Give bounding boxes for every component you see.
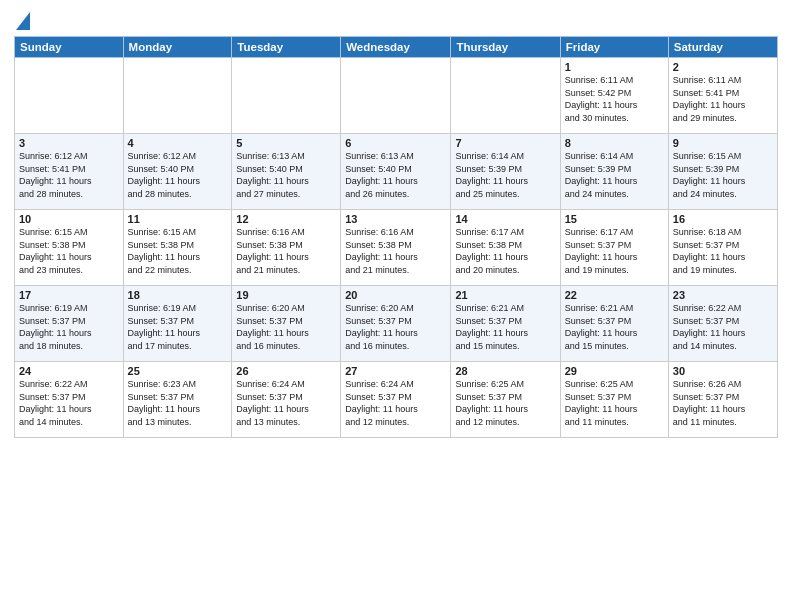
day-info: Sunrise: 6:13 AM Sunset: 5:40 PM Dayligh… [236,150,336,200]
day-number: 15 [565,213,664,225]
calendar-day-header: Tuesday [232,37,341,58]
calendar-week-row: 1Sunrise: 6:11 AM Sunset: 5:42 PM Daylig… [15,58,778,134]
day-number: 21 [455,289,555,301]
day-info: Sunrise: 6:16 AM Sunset: 5:38 PM Dayligh… [236,226,336,276]
day-number: 10 [19,213,119,225]
calendar-day-header: Monday [123,37,232,58]
calendar-table: SundayMondayTuesdayWednesdayThursdayFrid… [14,36,778,438]
calendar-day-cell: 3Sunrise: 6:12 AM Sunset: 5:41 PM Daylig… [15,134,124,210]
calendar-day-cell: 29Sunrise: 6:25 AM Sunset: 5:37 PM Dayli… [560,362,668,438]
day-info: Sunrise: 6:25 AM Sunset: 5:37 PM Dayligh… [455,378,555,428]
day-number: 18 [128,289,228,301]
day-number: 9 [673,137,773,149]
calendar-day-cell [123,58,232,134]
calendar-day-cell [232,58,341,134]
day-number: 6 [345,137,446,149]
day-info: Sunrise: 6:23 AM Sunset: 5:37 PM Dayligh… [128,378,228,428]
day-number: 5 [236,137,336,149]
calendar-day-header: Sunday [15,37,124,58]
day-number: 13 [345,213,446,225]
day-info: Sunrise: 6:24 AM Sunset: 5:37 PM Dayligh… [236,378,336,428]
calendar-day-cell: 4Sunrise: 6:12 AM Sunset: 5:40 PM Daylig… [123,134,232,210]
day-number: 29 [565,365,664,377]
calendar-day-cell: 13Sunrise: 6:16 AM Sunset: 5:38 PM Dayli… [341,210,451,286]
day-info: Sunrise: 6:20 AM Sunset: 5:37 PM Dayligh… [345,302,446,352]
day-number: 22 [565,289,664,301]
calendar-week-row: 10Sunrise: 6:15 AM Sunset: 5:38 PM Dayli… [15,210,778,286]
day-number: 4 [128,137,228,149]
calendar-week-row: 24Sunrise: 6:22 AM Sunset: 5:37 PM Dayli… [15,362,778,438]
calendar-day-cell: 21Sunrise: 6:21 AM Sunset: 5:37 PM Dayli… [451,286,560,362]
calendar-day-cell: 20Sunrise: 6:20 AM Sunset: 5:37 PM Dayli… [341,286,451,362]
calendar-day-cell: 30Sunrise: 6:26 AM Sunset: 5:37 PM Dayli… [668,362,777,438]
day-number: 11 [128,213,228,225]
day-info: Sunrise: 6:15 AM Sunset: 5:39 PM Dayligh… [673,150,773,200]
day-info: Sunrise: 6:11 AM Sunset: 5:41 PM Dayligh… [673,74,773,124]
calendar-week-row: 17Sunrise: 6:19 AM Sunset: 5:37 PM Dayli… [15,286,778,362]
calendar-day-cell: 6Sunrise: 6:13 AM Sunset: 5:40 PM Daylig… [341,134,451,210]
calendar-day-cell: 9Sunrise: 6:15 AM Sunset: 5:39 PM Daylig… [668,134,777,210]
calendar-day-cell: 14Sunrise: 6:17 AM Sunset: 5:38 PM Dayli… [451,210,560,286]
calendar-day-cell: 12Sunrise: 6:16 AM Sunset: 5:38 PM Dayli… [232,210,341,286]
day-number: 27 [345,365,446,377]
calendar-day-header: Thursday [451,37,560,58]
logo-triangle-icon [16,12,30,30]
calendar-day-cell: 24Sunrise: 6:22 AM Sunset: 5:37 PM Dayli… [15,362,124,438]
calendar-header-row: SundayMondayTuesdayWednesdayThursdayFrid… [15,37,778,58]
calendar-day-cell [15,58,124,134]
day-info: Sunrise: 6:12 AM Sunset: 5:41 PM Dayligh… [19,150,119,200]
calendar-day-cell: 2Sunrise: 6:11 AM Sunset: 5:41 PM Daylig… [668,58,777,134]
calendar-day-cell: 28Sunrise: 6:25 AM Sunset: 5:37 PM Dayli… [451,362,560,438]
day-info: Sunrise: 6:26 AM Sunset: 5:37 PM Dayligh… [673,378,773,428]
day-number: 12 [236,213,336,225]
calendar-day-cell: 26Sunrise: 6:24 AM Sunset: 5:37 PM Dayli… [232,362,341,438]
day-info: Sunrise: 6:20 AM Sunset: 5:37 PM Dayligh… [236,302,336,352]
day-info: Sunrise: 6:12 AM Sunset: 5:40 PM Dayligh… [128,150,228,200]
calendar-day-cell: 19Sunrise: 6:20 AM Sunset: 5:37 PM Dayli… [232,286,341,362]
day-info: Sunrise: 6:16 AM Sunset: 5:38 PM Dayligh… [345,226,446,276]
day-info: Sunrise: 6:22 AM Sunset: 5:37 PM Dayligh… [673,302,773,352]
day-info: Sunrise: 6:19 AM Sunset: 5:37 PM Dayligh… [128,302,228,352]
calendar-day-cell: 16Sunrise: 6:18 AM Sunset: 5:37 PM Dayli… [668,210,777,286]
calendar-day-cell: 25Sunrise: 6:23 AM Sunset: 5:37 PM Dayli… [123,362,232,438]
day-number: 1 [565,61,664,73]
day-info: Sunrise: 6:14 AM Sunset: 5:39 PM Dayligh… [455,150,555,200]
calendar-day-cell: 1Sunrise: 6:11 AM Sunset: 5:42 PM Daylig… [560,58,668,134]
day-info: Sunrise: 6:11 AM Sunset: 5:42 PM Dayligh… [565,74,664,124]
calendar-day-cell: 22Sunrise: 6:21 AM Sunset: 5:37 PM Dayli… [560,286,668,362]
day-info: Sunrise: 6:15 AM Sunset: 5:38 PM Dayligh… [128,226,228,276]
day-number: 8 [565,137,664,149]
day-number: 23 [673,289,773,301]
calendar-day-header: Friday [560,37,668,58]
calendar-week-row: 3Sunrise: 6:12 AM Sunset: 5:41 PM Daylig… [15,134,778,210]
day-info: Sunrise: 6:17 AM Sunset: 5:37 PM Dayligh… [565,226,664,276]
day-info: Sunrise: 6:14 AM Sunset: 5:39 PM Dayligh… [565,150,664,200]
calendar-day-cell: 23Sunrise: 6:22 AM Sunset: 5:37 PM Dayli… [668,286,777,362]
day-number: 16 [673,213,773,225]
day-number: 26 [236,365,336,377]
calendar-day-cell: 15Sunrise: 6:17 AM Sunset: 5:37 PM Dayli… [560,210,668,286]
svg-marker-0 [16,12,30,30]
day-info: Sunrise: 6:18 AM Sunset: 5:37 PM Dayligh… [673,226,773,276]
calendar-day-cell: 5Sunrise: 6:13 AM Sunset: 5:40 PM Daylig… [232,134,341,210]
logo [14,14,30,30]
day-info: Sunrise: 6:25 AM Sunset: 5:37 PM Dayligh… [565,378,664,428]
page: SundayMondayTuesdayWednesdayThursdayFrid… [0,0,792,612]
calendar-day-cell: 8Sunrise: 6:14 AM Sunset: 5:39 PM Daylig… [560,134,668,210]
day-number: 28 [455,365,555,377]
calendar-day-cell: 18Sunrise: 6:19 AM Sunset: 5:37 PM Dayli… [123,286,232,362]
calendar-day-cell [451,58,560,134]
day-info: Sunrise: 6:21 AM Sunset: 5:37 PM Dayligh… [565,302,664,352]
day-info: Sunrise: 6:19 AM Sunset: 5:37 PM Dayligh… [19,302,119,352]
calendar-day-cell: 7Sunrise: 6:14 AM Sunset: 5:39 PM Daylig… [451,134,560,210]
day-number: 19 [236,289,336,301]
day-info: Sunrise: 6:17 AM Sunset: 5:38 PM Dayligh… [455,226,555,276]
day-info: Sunrise: 6:21 AM Sunset: 5:37 PM Dayligh… [455,302,555,352]
day-number: 7 [455,137,555,149]
calendar-day-header: Wednesday [341,37,451,58]
day-number: 20 [345,289,446,301]
day-info: Sunrise: 6:15 AM Sunset: 5:38 PM Dayligh… [19,226,119,276]
calendar-day-cell: 11Sunrise: 6:15 AM Sunset: 5:38 PM Dayli… [123,210,232,286]
day-info: Sunrise: 6:13 AM Sunset: 5:40 PM Dayligh… [345,150,446,200]
day-number: 3 [19,137,119,149]
